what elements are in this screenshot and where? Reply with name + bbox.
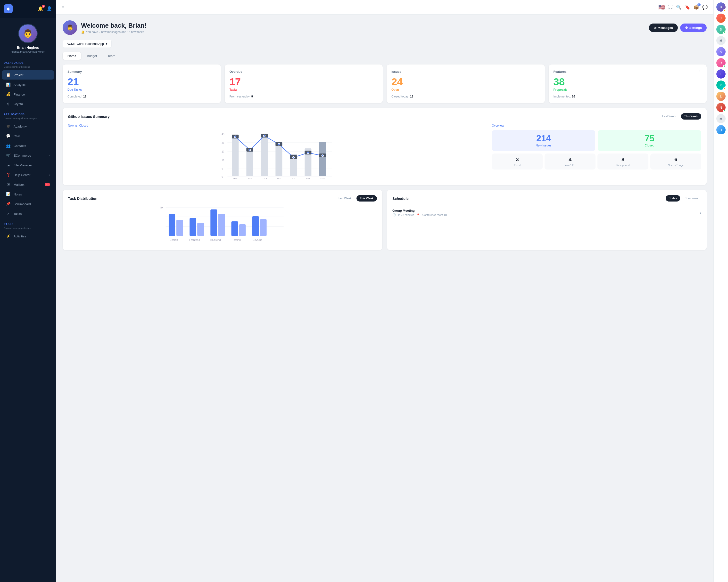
issues-chart: 45 36 27 18 9 0 [68, 130, 487, 179]
helpcenter-icon: ❓ [6, 173, 11, 177]
sidebar-item-analytics[interactable]: 📊 Analytics [2, 80, 54, 89]
avatar-strip-item[interactable]: L [717, 92, 726, 101]
sidebar-item-notes[interactable]: 📝 Notes [2, 190, 54, 199]
svg-text:DevOps: DevOps [253, 239, 262, 241]
tomorrow-button[interactable]: Tomorrow [682, 195, 701, 201]
stat-title: Issues [391, 70, 401, 74]
sidebar-item-helpcenter[interactable]: ❓ Help Center › [2, 170, 54, 179]
bookmarks-button[interactable]: 🔖 [685, 5, 690, 10]
user-email: hughes.brian@company.com [11, 50, 45, 53]
meeting-time: in 32 minutes [398, 213, 414, 217]
avatar-strip-item[interactable]: J [717, 13, 726, 23]
mailbox-badge: 27 [45, 183, 50, 186]
topbar-left: ≡ [62, 5, 64, 10]
new-issues-label: New Issues [496, 144, 592, 147]
stat-menu-icon[interactable]: ⋮ [698, 70, 702, 74]
sidebar-item-filemanager[interactable]: ☁ File Manager [2, 161, 54, 170]
mini-stat-wontfix: 4 Won't Fix [545, 154, 596, 169]
sidebar-item-contacts[interactable]: 👥 Contacts [2, 141, 54, 150]
sidebar-item-tasks[interactable]: ✓ Tasks [2, 209, 54, 218]
pages-section-label: PAGES [0, 219, 56, 227]
schedule-title: Schedule [392, 196, 409, 200]
schedule-section: Schedule Today Tomorrow Group Meeting 🕐 … [387, 190, 707, 250]
notifications-button[interactable]: 🔔 3 [38, 6, 43, 11]
svg-point-35 [263, 135, 265, 137]
week-toggle: Last Week This Week [659, 113, 701, 119]
stat-footer: From yesterday: 9 [230, 95, 378, 98]
stat-label: Tasks [230, 88, 378, 91]
avatar-strip-item[interactable]: T [717, 70, 726, 79]
sidebar-item-label: Activities [14, 234, 50, 238]
notes-icon: 📝 [6, 192, 11, 196]
avatar-strip-item[interactable]: K [717, 81, 726, 90]
settings-button[interactable]: ⚙ Settings [680, 24, 707, 32]
fullscreen-button[interactable]: ⛶ [668, 5, 673, 10]
sidebar-item-activities[interactable]: ⚡ Activities [2, 231, 54, 241]
svg-rect-58 [231, 221, 238, 236]
sidebar-item-academy[interactable]: 🎓 Academy [2, 122, 54, 131]
flag-icon[interactable]: 🇺🇸 [658, 4, 665, 10]
chat-button[interactable]: 💬 [702, 5, 708, 10]
today-button[interactable]: Today [666, 195, 680, 201]
messages-button[interactable]: ✉ Messages [649, 24, 678, 32]
stat-number: 38 [553, 77, 702, 87]
chevron-right-icon[interactable]: › [700, 211, 701, 215]
avatar-strip-item[interactable]: M [717, 114, 726, 123]
project-selector[interactable]: ACME Corp. Backend App ▾ [62, 40, 112, 48]
td-week-toggle: Last Week This Week [334, 195, 377, 201]
last-week-button[interactable]: Last Week [659, 113, 679, 119]
stat-number: 21 [68, 77, 216, 87]
scrumboard-icon: 📌 [6, 202, 11, 206]
sidebar-item-scrumboard[interactable]: 📌 Scrumboard [2, 199, 54, 209]
stat-menu-icon[interactable]: ⋮ [212, 70, 216, 74]
stats-row: Summary ⋮ 21 Due Tasks Completed: 13 Ove… [62, 64, 707, 103]
sidebar-item-project[interactable]: 📋 Project [2, 70, 54, 80]
overview-panel: Overview 214 New Issues 75 Closed [492, 124, 701, 180]
sidebar-item-crypto[interactable]: $ Crypto [2, 100, 54, 108]
svg-rect-54 [189, 218, 196, 236]
this-week-button[interactable]: This Week [681, 113, 701, 119]
svg-text:Backend: Backend [210, 239, 221, 241]
stat-menu-icon[interactable]: ⋮ [374, 70, 378, 74]
stat-label: Due Tasks [68, 88, 216, 91]
td-last-week-button[interactable]: Last Week [334, 195, 355, 201]
avatar-strip-item[interactable]: D [717, 125, 726, 134]
stat-title: Overdue [230, 70, 242, 74]
td-this-week-button[interactable]: This Week [357, 195, 377, 201]
finance-icon: 💰 [6, 92, 11, 96]
svg-point-38 [307, 152, 309, 154]
avatar-strip-item[interactable]: R [717, 58, 726, 67]
avatar-strip-item[interactable]: N [717, 103, 726, 112]
stat-title: Summary [68, 70, 82, 74]
tab-home[interactable]: Home [62, 52, 81, 60]
sidebar-item-mailbox[interactable]: ✉ Mailbox 27 [2, 180, 54, 189]
sidebar-item-chat[interactable]: 💬 Chat [2, 132, 54, 141]
sidebar-item-ecommerce[interactable]: 🛒 ECommerce › [2, 151, 54, 160]
tab-team[interactable]: Team [103, 52, 120, 60]
search-button[interactable]: 🔍 [676, 5, 681, 10]
tab-budget[interactable]: Budget [82, 52, 102, 60]
activities-icon: ⚡ [6, 234, 11, 239]
sidebar-item-finance[interactable]: 💰 Finance [2, 90, 54, 99]
svg-point-37 [292, 157, 294, 158]
mini-label: Re-opened [599, 164, 647, 167]
chat-icon: 💬 [6, 134, 11, 138]
avatar-strip-item[interactable]: B [717, 2, 726, 11]
avatar-strip-item[interactable]: S [717, 25, 726, 34]
hamburger-button[interactable]: ≡ [62, 5, 64, 10]
dashboards-section-label: DASHBOARDS [0, 57, 56, 66]
sidebar-item-label: Scrumboard [14, 202, 50, 206]
svg-point-39 [321, 155, 323, 157]
svg-point-34 [249, 149, 251, 151]
chart-left: New vs. Closed 45 36 27 18 9 0 [68, 124, 487, 180]
stat-label: Open [391, 88, 540, 91]
avatar-strip-item[interactable]: M [717, 36, 726, 45]
stat-menu-icon[interactable]: ⋮ [536, 70, 540, 74]
stat-card-header: Overdue ⋮ [230, 70, 378, 74]
user-profile-button[interactable]: 👤 [47, 6, 52, 11]
cart-button[interactable]: 📦 5 [694, 5, 699, 10]
main-content: ≡ 🇺🇸 ⛶ 🔍 🔖 📦 5 💬 👨 Welcome back, Brian! [56, 0, 713, 582]
avatar-strip-item[interactable]: A [717, 47, 726, 56]
app-logo[interactable]: ◆ [4, 4, 12, 13]
page-header-left: 👨 Welcome back, Brian! 🔔 You have 2 new … [62, 20, 147, 35]
